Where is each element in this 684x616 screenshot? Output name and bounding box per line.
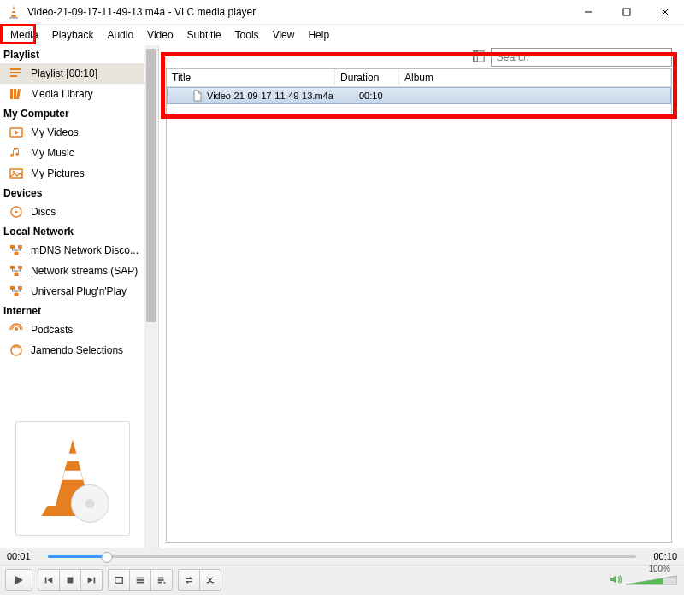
sidebar: Playlist Playlist [00:10] Media Library … xyxy=(0,45,159,548)
sidebar-item-upnp[interactable]: Universal Plug'n'Play xyxy=(0,281,158,302)
section-mycomputer: My Computer xyxy=(0,104,158,122)
sidebar-item-jamendo[interactable]: Jamendo Selections xyxy=(0,340,158,361)
svg-rect-21 xyxy=(18,245,22,249)
section-devices: Devices xyxy=(0,184,158,202)
search-input[interactable] xyxy=(492,50,671,64)
maximize-button[interactable] xyxy=(607,0,646,24)
sidebar-item-label: Discs xyxy=(31,206,56,218)
volume-control: 100% xyxy=(609,572,677,589)
playlist-row[interactable]: Video-21-09-17-11-49-13.m4a 00:10 xyxy=(167,87,671,104)
view-toggle-button[interactable] xyxy=(470,48,487,65)
disc-icon xyxy=(9,204,24,220)
svg-rect-3 xyxy=(11,13,15,15)
time-elapsed[interactable]: 00:01 xyxy=(7,551,41,561)
library-icon xyxy=(9,86,24,102)
fullscreen-button[interactable] xyxy=(108,569,130,591)
sidebar-item-my-music[interactable]: My Music xyxy=(0,143,158,163)
row-title: Video-21-09-17-11-49-13.m4a xyxy=(207,91,333,101)
sidebar-item-playlist[interactable]: Playlist [00:10] xyxy=(0,63,158,84)
sidebar-item-my-pictures[interactable]: My Pictures xyxy=(0,163,158,184)
video-icon xyxy=(9,125,24,140)
svg-rect-51 xyxy=(158,582,162,584)
search-box[interactable] xyxy=(491,48,672,67)
close-button[interactable] xyxy=(646,0,684,24)
file-icon xyxy=(192,90,203,102)
stop-button[interactable] xyxy=(59,569,81,591)
svg-rect-12 xyxy=(14,89,16,99)
menu-media[interactable]: Media xyxy=(3,25,45,45)
menu-subtitle[interactable]: Subtitle xyxy=(180,25,228,45)
shuffle-button[interactable] xyxy=(199,569,221,591)
svg-rect-40 xyxy=(45,578,47,584)
next-button[interactable] xyxy=(80,569,103,591)
playlist-table: Title Duration Album Video-21-09-17-11-4… xyxy=(166,68,672,543)
menu-view[interactable]: View xyxy=(266,25,302,45)
svg-rect-2 xyxy=(12,9,15,11)
column-album[interactable]: Album xyxy=(399,69,671,86)
sidebar-item-label: mDNS Network Disco... xyxy=(31,244,139,256)
menu-help[interactable]: Help xyxy=(301,25,336,45)
sidebar-item-my-videos[interactable]: My Videos xyxy=(0,122,158,143)
time-bar: 00:01 00:10 xyxy=(0,548,684,565)
svg-rect-42 xyxy=(68,578,74,584)
svg-rect-10 xyxy=(10,75,17,77)
playlist-icon xyxy=(9,66,24,81)
section-internet: Internet xyxy=(0,302,158,320)
svg-point-29 xyxy=(15,327,18,331)
column-title[interactable]: Title xyxy=(167,69,335,86)
minimize-button[interactable] xyxy=(569,0,607,24)
play-button[interactable] xyxy=(5,569,32,591)
menu-audio[interactable]: Audio xyxy=(100,25,140,45)
volume-slider[interactable]: 100% xyxy=(626,574,677,586)
svg-marker-39 xyxy=(15,576,23,584)
network-icon xyxy=(9,243,24,258)
svg-rect-24 xyxy=(18,266,22,269)
album-art xyxy=(15,421,130,536)
podcast-icon xyxy=(9,322,24,337)
svg-rect-11 xyxy=(10,89,13,99)
jamendo-icon xyxy=(9,343,24,358)
svg-rect-37 xyxy=(474,51,484,62)
svg-rect-23 xyxy=(10,266,15,269)
sidebar-item-sap[interactable]: Network streams (SAP) xyxy=(0,261,158,281)
section-localnetwork: Local Network xyxy=(0,222,158,240)
column-duration[interactable]: Duration xyxy=(335,69,399,86)
menu-bar: Media Playback Audio Video Subtitle Tool… xyxy=(0,25,684,45)
sidebar-item-label: My Videos xyxy=(31,126,79,138)
sidebar-item-mdns[interactable]: mDNS Network Disco... xyxy=(0,240,158,261)
pictures-icon xyxy=(9,166,24,181)
sidebar-item-media-library[interactable]: Media Library xyxy=(0,84,158,104)
svg-rect-8 xyxy=(10,68,21,70)
sidebar-item-label: Playlist [00:10] xyxy=(31,67,97,79)
loop-button[interactable] xyxy=(178,569,200,591)
window-title: Video-21-09-17-11-49-13.m4a - VLC media … xyxy=(27,6,256,18)
svg-rect-43 xyxy=(94,578,96,584)
svg-marker-15 xyxy=(15,130,19,135)
sidebar-scrollbar[interactable] xyxy=(144,45,158,548)
seek-slider[interactable] xyxy=(48,552,636,560)
speaker-icon[interactable] xyxy=(609,572,622,589)
sidebar-item-label: My Music xyxy=(31,147,74,159)
sidebar-item-podcasts[interactable]: Podcasts xyxy=(0,320,158,340)
menu-tools[interactable]: Tools xyxy=(228,25,266,45)
seek-thumb[interactable] xyxy=(101,552,112,563)
time-total[interactable]: 00:10 xyxy=(643,551,677,561)
svg-marker-41 xyxy=(47,578,52,584)
title-bar: Video-21-09-17-11-49-13.m4a - VLC media … xyxy=(0,0,684,25)
row-duration: 00:10 xyxy=(354,91,417,101)
svg-marker-52 xyxy=(164,582,167,584)
sidebar-item-discs[interactable]: Discs xyxy=(0,202,158,222)
svg-point-36 xyxy=(86,499,95,508)
volume-label: 100% xyxy=(648,564,670,573)
toggle-playlist-button[interactable] xyxy=(150,569,173,591)
menu-playback[interactable]: Playback xyxy=(45,25,101,45)
svg-marker-44 xyxy=(88,578,93,584)
previous-button[interactable] xyxy=(38,569,60,591)
menu-video[interactable]: Video xyxy=(140,25,180,45)
svg-rect-26 xyxy=(10,286,15,290)
extended-settings-button[interactable] xyxy=(129,569,151,591)
svg-marker-53 xyxy=(610,575,616,584)
svg-rect-49 xyxy=(158,578,164,579)
scrollbar-thumb[interactable] xyxy=(146,49,156,322)
svg-rect-25 xyxy=(15,273,19,276)
